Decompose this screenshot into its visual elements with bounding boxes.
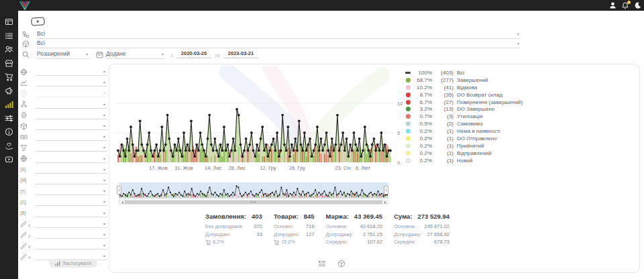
- legend-item[interactable]: 0.5%(2)Самовивіз: [405, 120, 526, 127]
- cash-icon: [20, 133, 30, 141]
- stat-header: Маржа:43 369.45: [326, 213, 383, 220]
- legend-item[interactable]: 0.2%(1)Новий: [405, 157, 526, 164]
- legend-item[interactable]: 8.7%(35)DO Возврат склад: [405, 91, 526, 99]
- legend-dot-swatch: [405, 136, 411, 141]
- legend-item[interactable]: 0.7%(3)Утилізація: [405, 113, 526, 120]
- filter-param-select[interactable]: ▾: [36, 220, 107, 228]
- chevron-down-icon: ▾: [103, 123, 105, 128]
- chart-icon[interactable]: [5, 100, 13, 109]
- cart-icon[interactable]: [5, 72, 13, 81]
- chart-minimap[interactable]: [119, 182, 388, 199]
- globe-grid-icon: [20, 155, 30, 162]
- filter-param-select[interactable]: ▾: [36, 176, 107, 184]
- care-icon[interactable]: [5, 142, 13, 150]
- filter-param-select[interactable]: ▾: [36, 187, 107, 195]
- theme-moon-icon[interactable]: [635, 2, 641, 9]
- svg-text:28. Лис: 28. Лис: [228, 165, 246, 171]
- filter-select-status[interactable]: Всі ▾: [37, 30, 521, 39]
- notification-badge: [627, 1, 631, 4]
- stat-subrow-label: Основні:: [274, 223, 294, 231]
- legend-dot-swatch: [405, 151, 411, 156]
- filter-param-select[interactable]: ▾: [36, 209, 107, 217]
- user-icon[interactable]: [610, 2, 616, 9]
- filter-param-select[interactable]: ▾: [36, 78, 107, 87]
- chevron-down-icon: ▾: [103, 211, 105, 215]
- legend-item[interactable]: 6.7%(27)Повернення (завершений): [405, 99, 526, 106]
- brace-label: {S}: [20, 167, 26, 172]
- filter-select-category[interactable]: Всі ▾: [37, 40, 521, 48]
- date-from-input[interactable]: 2020-03-20: [176, 50, 211, 58]
- filter-param-select[interactable]: ▾: [36, 122, 107, 130]
- sliders-icon[interactable]: [5, 114, 13, 123]
- date-field-select[interactable]: Додане ▾: [106, 50, 165, 59]
- legend-item[interactable]: 10.2%(41)Відмова: [405, 84, 526, 91]
- stat-subrow-label: Без допродажів:: [205, 223, 244, 231]
- legend-item[interactable]: 100%(403)Всі: [405, 69, 526, 76]
- filter-param-select[interactable]: ▾: [36, 155, 107, 163]
- legend-count: (3): [433, 113, 453, 119]
- filter-param-select[interactable]: ▾: [36, 166, 107, 174]
- svg-text:31. Жов: 31. Жов: [174, 165, 193, 171]
- legend-label: DO Отправлено: [457, 135, 496, 142]
- stat-subrow-value: 127: [306, 231, 315, 239]
- chart-legend: 100%(403)Всі68.7%(277)Завершений10.2%(41…: [405, 69, 526, 164]
- list-icon[interactable]: [5, 32, 13, 40]
- chart-mini-icon: [55, 261, 60, 266]
- date-to-input[interactable]: 2023-03-21: [223, 50, 258, 58]
- filter-param-select[interactable]: ▾: [36, 111, 107, 119]
- filter-param-row: 2▾: [20, 229, 107, 240]
- store-icon[interactable]: [5, 59, 13, 68]
- legend-item[interactable]: 0.2%(1)Відправлений: [405, 150, 526, 157]
- minimap-right-handle[interactable]: [384, 186, 388, 194]
- legend-item[interactable]: 0.2%(1)Нема в наявності: [405, 127, 526, 135]
- chevron-down-icon: ▾: [103, 199, 105, 204]
- svg-text:23. Січ: 23. Січ: [335, 165, 351, 171]
- panel-icon[interactable]: [5, 17, 13, 26]
- stat-subrow: Середня:107.62: [326, 238, 383, 246]
- legend-item[interactable]: 3.2%(13)DO Завершено: [405, 105, 526, 113]
- video-screen-icon[interactable]: [31, 17, 45, 26]
- filter-params-panel: ▾▾▾▾▾▾▾▾▾{S}▾{M}▾{T}▾{C}▾{B}▾1▾2▾3▾4▾: [20, 66, 107, 262]
- filter-param-row: ▾: [20, 66, 107, 77]
- filter-param-select[interactable]: ▾: [36, 198, 107, 206]
- legend-item[interactable]: 68.7%(277)Завершений: [405, 76, 526, 84]
- stat-column: Сума:273 529.94Основна:245 871.02Допрода…: [394, 213, 449, 246]
- apply-button-label: Застосувати: [62, 260, 91, 266]
- info-icon[interactable]: [5, 127, 13, 136]
- sphere-view-icon[interactable]: [337, 260, 345, 268]
- megaphone-icon[interactable]: [5, 87, 13, 95]
- users-icon[interactable]: [5, 45, 13, 54]
- filter-param-select[interactable]: ▾: [36, 89, 107, 97]
- brand-v-logo-icon[interactable]: [19, 1, 30, 10]
- scroll-right-arrow-icon[interactable]: [382, 201, 388, 204]
- filter-param-select[interactable]: ▾: [36, 68, 107, 76]
- list-view-icon[interactable]: [318, 260, 326, 268]
- apply-button[interactable]: Застосувати: [49, 259, 97, 268]
- filter-param-select[interactable]: ▾: [36, 101, 107, 109]
- legend-item[interactable]: 0.2%(1)Прийнятий: [405, 142, 526, 150]
- dot-swatch: [406, 107, 411, 111]
- scroll-left-arrow-icon[interactable]: [119, 201, 125, 204]
- filter-param-select[interactable]: ▾: [36, 133, 107, 141]
- filter-param-select[interactable]: ▾: [36, 144, 107, 152]
- legend-percent: 0.2%: [413, 128, 432, 134]
- search-mode-select[interactable]: Розширений ▾: [37, 50, 89, 59]
- filter-param-row: 1▾: [20, 219, 107, 229]
- filter-param-select[interactable]: ▾: [36, 231, 107, 239]
- scrollbar-thumb[interactable]: [125, 201, 382, 204]
- pencil-number: 3: [28, 245, 30, 249]
- legend-label: Повернення (завершений): [457, 99, 523, 105]
- orders-chart[interactable]: 051017. Жов31. Жов14. Лис28. Лис12. Гру2…: [114, 64, 407, 173]
- filter-param-select[interactable]: ▾: [36, 241, 107, 249]
- bell-icon[interactable]: [622, 2, 629, 9]
- legend-count: (1): [433, 128, 453, 134]
- minimap-left-handle[interactable]: [117, 186, 121, 194]
- legend-count: (1): [433, 158, 453, 164]
- chevron-down-icon: ▾: [103, 91, 105, 95]
- stat-subrow-label: Основна:: [326, 223, 347, 231]
- legend-item[interactable]: 0.2%(1)DO Отправлено: [405, 135, 526, 142]
- video-icon[interactable]: [5, 155, 13, 164]
- topbar: [0, 0, 644, 11]
- chevron-down-icon: ▾: [103, 145, 105, 150]
- chart-scrollbar[interactable]: [119, 200, 388, 205]
